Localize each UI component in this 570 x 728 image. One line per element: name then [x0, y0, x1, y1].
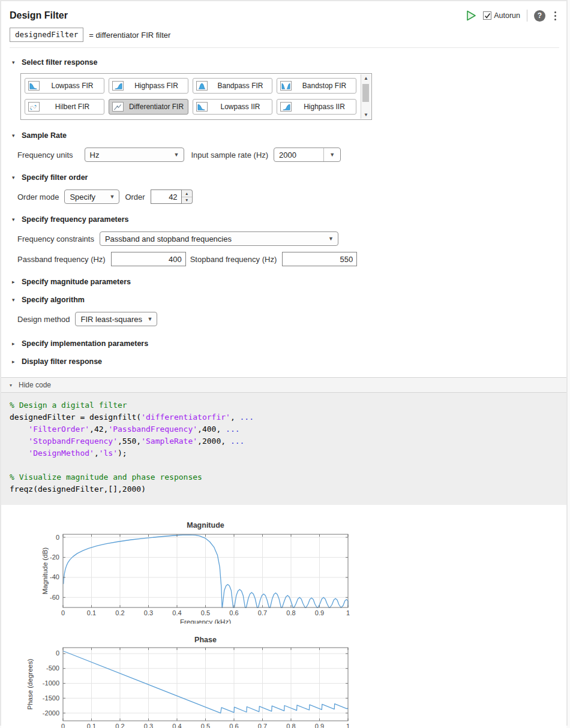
chevron-down-icon: ▼ — [328, 236, 334, 242]
spinner-down-icon[interactable]: ▼ — [182, 197, 192, 204]
hide-code-toggle[interactable]: ▾ Hide code — [1, 377, 566, 393]
svg-text:-2000: -2000 — [43, 709, 59, 717]
passband-frequency-label: Passband frequency (Hz) — [17, 255, 106, 264]
lowpass-fir-button[interactable]: Lowpass FIR — [25, 78, 104, 94]
svg-text:0.7: 0.7 — [258, 609, 267, 616]
order-input[interactable] — [151, 189, 182, 204]
code-line: 'DesignMethod','ls'); — [10, 447, 566, 459]
passband-frequency-input[interactable] — [111, 252, 186, 266]
collapse-triangle-icon: ▾ — [12, 297, 17, 303]
svg-text:1: 1 — [346, 723, 350, 728]
svg-text:0.3: 0.3 — [144, 609, 153, 616]
section-sample-rate[interactable]: ▾ Sample Rate — [12, 131, 566, 140]
chevron-down-icon: ▼ — [148, 316, 153, 322]
svg-text:0.4: 0.4 — [172, 723, 181, 728]
design-method-label: Design method — [17, 315, 70, 324]
run-button[interactable] — [464, 9, 478, 22]
svg-text:0.2: 0.2 — [115, 723, 124, 728]
section-filter-order[interactable]: ▾ Specify filter order — [12, 173, 566, 182]
bandstop-fir-button[interactable]: Bandstop FIR — [277, 78, 356, 94]
svg-text:0.1: 0.1 — [87, 609, 96, 616]
collapse-triangle-icon: ▸ — [12, 279, 17, 285]
svg-text:0.5: 0.5 — [201, 609, 210, 616]
spinner-stepper: ▲ ▼ — [182, 189, 193, 204]
order-mode-dropdown[interactable]: Specify ▼ — [64, 189, 119, 204]
lowpass-iir-button[interactable]: Lowpass IIR — [193, 99, 272, 115]
input-sample-rate-combo[interactable]: 2000 ▼ — [274, 148, 341, 162]
differentiator-fir-icon — [112, 102, 124, 112]
hilbert-fir-button[interactable]: Hilbert FIR — [25, 99, 104, 115]
svg-text:0.6: 0.6 — [229, 609, 238, 616]
scrollbar-thumb[interactable] — [362, 84, 369, 102]
section-select-filter-response[interactable]: ▾ Select filter response — [12, 58, 566, 67]
header-divider — [527, 10, 527, 22]
scroll-up-icon[interactable]: ▲ — [361, 74, 371, 82]
help-button[interactable]: ? — [534, 10, 545, 22]
phase-plot: 00.10.20.30.40.50.60.70.80.910-500-1000-… — [1, 636, 385, 728]
highpass-iir-icon — [280, 102, 292, 112]
lowpass-fir-icon — [28, 81, 40, 91]
y-axis-label: Magnitude (dB) — [41, 547, 49, 595]
svg-text:-20: -20 — [50, 553, 59, 561]
code-line: % Design a digital filter — [10, 399, 566, 411]
highpass-iir-button[interactable]: Highpass IIR — [277, 99, 356, 115]
section-implementation-parameters[interactable]: ▸ Specify implementation parameters — [12, 339, 566, 348]
section-display-filter-response[interactable]: ▸ Display filter response — [12, 357, 566, 366]
svg-text:0.3: 0.3 — [144, 723, 153, 728]
svg-text:-40: -40 — [50, 573, 59, 580]
magnitude-plot: 00.10.20.30.40.50.60.70.80.910-20-40-60M… — [1, 521, 385, 624]
frequency-units-dropdown[interactable]: Hz ▼ — [85, 148, 184, 162]
chevron-down-icon: ▼ — [174, 152, 179, 158]
page-title: Design Filter — [10, 10, 68, 21]
code-line: % Visualize magnitude and phase response… — [10, 471, 566, 483]
collapse-triangle-icon: ▾ — [12, 133, 17, 139]
autorun-checkbox[interactable]: Autorun — [483, 11, 520, 20]
filter-response-gallery: Lowpass FIRHighpass FIRBandpass FIRBands… — [20, 73, 372, 120]
section-algorithm[interactable]: ▾ Specify algorithm — [12, 296, 566, 304]
collapse-triangle-icon: ▾ — [12, 59, 17, 65]
code-line: designedFilter = designfilt('differentia… — [10, 411, 566, 423]
output-variable-field[interactable]: designedFilter — [10, 28, 83, 42]
spinner-up-icon[interactable]: ▲ — [182, 190, 192, 197]
svg-text:-500: -500 — [46, 664, 59, 672]
input-sample-rate-label: Input sample rate (Hz) — [191, 151, 269, 160]
code-line: freqz(designedFilter,[],2000) — [10, 483, 566, 495]
svg-text:0.7: 0.7 — [258, 723, 267, 728]
section-magnitude-parameters[interactable]: ▸ Specify magnitude parameters — [12, 278, 566, 286]
run-play-icon — [465, 10, 477, 22]
stopband-frequency-label: Stopband frequency (Hz) — [190, 255, 277, 264]
svg-text:0.8: 0.8 — [286, 723, 295, 728]
svg-text:0.9: 0.9 — [315, 609, 324, 616]
generated-code-block: % Design a digital filterdesignedFilter … — [1, 393, 566, 505]
bandpass-fir-icon — [196, 81, 208, 91]
order-label: Order — [125, 192, 145, 201]
hilbert-fir-icon — [28, 102, 40, 112]
design-method-dropdown[interactable]: FIR least-squares ▼ — [75, 312, 157, 326]
section-frequency-parameters[interactable]: ▾ Specify frequency parameters — [12, 215, 566, 224]
output-description: = differentiator FIR filter — [89, 31, 170, 40]
svg-text:0: 0 — [56, 534, 59, 541]
differentiator-fir-button[interactable]: Differentiator FIR — [109, 99, 188, 115]
x-axis-label: Frequency (kHz) — [180, 618, 231, 624]
collapse-triangle-icon: ▸ — [12, 359, 17, 365]
frequency-constraints-label: Frequency constraints — [17, 234, 94, 243]
y-axis-label: Phase (degrees) — [26, 658, 34, 709]
scroll-down-icon[interactable]: ▼ — [361, 111, 371, 119]
svg-text:0.2: 0.2 — [115, 609, 124, 616]
highpass-fir-button[interactable]: Highpass FIR — [109, 78, 188, 94]
svg-text:0: 0 — [61, 723, 65, 728]
frequency-constraints-dropdown[interactable]: Passband and stopband frequencies ▼ — [100, 231, 338, 246]
svg-text:0.9: 0.9 — [315, 723, 324, 728]
svg-text:0: 0 — [61, 609, 65, 616]
collapse-triangle-icon: ▾ — [10, 383, 15, 388]
gallery-scrollbar[interactable]: ▲ ▼ — [361, 74, 371, 119]
stopband-frequency-input[interactable] — [282, 252, 357, 266]
chevron-down-icon: ▼ — [109, 194, 115, 200]
code-line: 'StopbandFrequency',550,'SampleRate',200… — [10, 435, 566, 447]
order-spinner: ▲ ▼ — [151, 189, 193, 204]
frequency-units-label: Frequency units — [17, 151, 73, 160]
bandpass-fir-button[interactable]: Bandpass FIR — [193, 78, 272, 94]
overflow-menu-button[interactable] — [551, 10, 559, 22]
bandstop-fir-icon — [280, 81, 292, 91]
collapse-triangle-icon: ▸ — [12, 341, 17, 347]
